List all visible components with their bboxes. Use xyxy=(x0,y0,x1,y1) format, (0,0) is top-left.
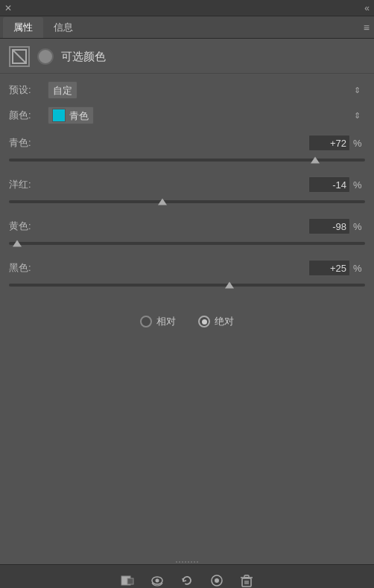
magenta-thumb[interactable] xyxy=(158,199,167,205)
color-row: 颜色: 青色 xyxy=(9,106,365,124)
magenta-label: 洋红: xyxy=(9,178,48,191)
radio-absolute-circle xyxy=(198,316,210,327)
svg-rect-3 xyxy=(127,578,133,584)
black-label: 黑色: xyxy=(9,261,48,275)
yellow-label: 黄色: xyxy=(9,220,48,233)
preset-label: 预设: xyxy=(9,83,48,97)
black-track[interactable] xyxy=(9,279,365,291)
mask-icon xyxy=(9,46,30,67)
color-select-wrapper: 青色 xyxy=(48,106,365,124)
radio-absolute[interactable]: 绝对 xyxy=(198,315,234,328)
color-select[interactable]: 青色 xyxy=(48,106,94,124)
magenta-input[interactable] xyxy=(308,176,350,193)
svg-line-1 xyxy=(13,50,26,63)
yellow-track[interactable] xyxy=(9,237,365,249)
main-area: 可选颜色 预设: 自定 颜色: 青色 xyxy=(0,39,374,588)
cyan-label: 青色: xyxy=(9,136,48,150)
yellow-slider-row: 黄色: % xyxy=(9,218,365,249)
magenta-track-bg xyxy=(9,200,365,203)
visibility-button[interactable] xyxy=(203,569,231,589)
toolbar xyxy=(0,564,374,588)
cyan-thumb[interactable] xyxy=(311,157,320,164)
radio-absolute-label: 绝对 xyxy=(215,315,234,328)
reset-button[interactable] xyxy=(173,569,201,589)
preset-row: 预设: 自定 xyxy=(9,81,365,99)
black-thumb[interactable] xyxy=(225,282,234,289)
magenta-track[interactable] xyxy=(9,196,365,208)
yellow-unit: % xyxy=(353,221,365,232)
magenta-slider-row: 洋红: % xyxy=(9,176,365,208)
slider-section: 青色: % 洋红: % xyxy=(0,132,374,291)
black-unit: % xyxy=(353,263,365,274)
bottom-space xyxy=(0,339,374,398)
form-section: 预设: 自定 颜色: 青色 xyxy=(0,74,374,124)
tab-menu-icon[interactable]: ≡ xyxy=(364,22,370,33)
title-bar: ✕ « xyxy=(0,0,374,16)
yellow-thumb[interactable] xyxy=(13,240,22,247)
black-input[interactable] xyxy=(308,260,350,276)
mask-button[interactable] xyxy=(113,569,142,589)
expand-icon[interactable]: « xyxy=(364,3,370,13)
magenta-unit: % xyxy=(353,179,365,191)
cyan-input[interactable] xyxy=(308,135,350,151)
black-track-bg xyxy=(9,284,365,287)
drag-handle[interactable] xyxy=(176,560,198,563)
close-icon[interactable]: ✕ xyxy=(4,3,12,13)
preset-select-wrapper: 自定 xyxy=(48,81,365,99)
tab-bar: 属性 信息 ≡ xyxy=(0,16,374,39)
cyan-track[interactable] xyxy=(9,154,365,166)
color-label: 颜色: xyxy=(9,109,48,122)
tab-properties[interactable]: 属性 xyxy=(3,17,43,38)
radio-section: 相对 绝对 xyxy=(0,301,374,339)
cyan-track-bg xyxy=(9,159,365,162)
preset-select[interactable]: 自定 xyxy=(48,81,77,99)
panel-title: 可选颜色 xyxy=(61,50,106,64)
delete-button[interactable] xyxy=(232,569,261,589)
radio-relative[interactable]: 相对 xyxy=(140,315,176,328)
black-slider-row: 黑色: % xyxy=(9,260,365,291)
tab-info[interactable]: 信息 xyxy=(43,17,83,38)
svg-rect-10 xyxy=(244,575,249,578)
yellow-track-bg xyxy=(9,242,365,245)
cyan-slider-row: 青色: % xyxy=(9,135,365,166)
panel-header: 可选颜色 xyxy=(0,39,374,74)
svg-point-7 xyxy=(215,578,219,583)
svg-point-5 xyxy=(156,578,159,582)
yellow-input[interactable] xyxy=(308,218,350,234)
circle-icon xyxy=(37,48,54,65)
radio-relative-circle xyxy=(140,316,152,327)
cyan-unit: % xyxy=(353,138,365,149)
eye-button[interactable] xyxy=(143,569,171,589)
radio-relative-label: 相对 xyxy=(156,315,176,328)
